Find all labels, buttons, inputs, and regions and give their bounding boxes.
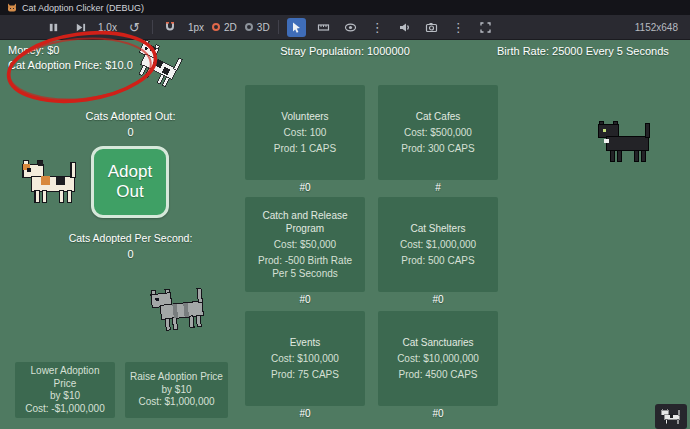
mode-2d-label: 2D <box>224 22 237 33</box>
shop-item-events[interactable]: Events Cost: $100,000 Prod: 75 CAPS <box>245 311 365 406</box>
price-button-title: Lower Adoption Price <box>18 365 112 390</box>
corner-cat-button[interactable] <box>655 404 687 429</box>
cats-adopted-per-second-label: Cats Adopted Per Second: <box>48 232 213 244</box>
price-button-cost: Cost: $1,000,000 <box>138 396 214 409</box>
shop-item-prod: Prod: 4500 CAPS <box>399 368 478 381</box>
shop-item-count: #0 <box>245 182 365 193</box>
fullscreen-icon[interactable] <box>476 18 495 37</box>
shop-item-title: Cat Shelters <box>410 222 465 235</box>
snap-step-label: 1px <box>188 22 204 33</box>
next-frame-icon[interactable] <box>71 18 90 37</box>
raise-adoption-price-button[interactable]: Raise Adoption Price by $10 Cost: $1,000… <box>125 362 228 418</box>
cats-adopted-per-second-value: 0 <box>48 248 213 260</box>
select-cursor-icon[interactable] <box>287 18 306 37</box>
lower-adoption-price-button[interactable]: Lower Adoption Price by $10 Cost: -$1,00… <box>15 362 115 418</box>
shop-item-title: Cat Sanctuaries <box>402 336 473 349</box>
mini-cat-icon <box>660 409 682 425</box>
price-button-amount: by $10 <box>50 390 80 403</box>
white-cat-sprite <box>125 38 187 97</box>
snap-magnet-icon[interactable] <box>161 18 180 37</box>
cats-adopted-out-value: 0 <box>58 126 203 138</box>
shop-item-title: Events <box>290 336 321 349</box>
adopt-out-button[interactable]: Adopt Out <box>91 146 169 218</box>
pause-icon[interactable] <box>44 18 63 37</box>
app-cat-icon <box>7 3 17 13</box>
shop-item-title: Catch and Release Program <box>249 209 361 235</box>
shop-item-cost: Cost: $500,000 <box>404 126 472 139</box>
mode-2d-radio[interactable]: 2D <box>212 22 237 33</box>
shop-item-title: Volunteers <box>281 110 328 123</box>
toolbar-separator <box>152 20 153 34</box>
eye-icon[interactable] <box>341 18 360 37</box>
shop-item-cat-cafes[interactable]: Cat Cafes Cost: $500,000 Prod: 300 CAPS <box>378 85 498 180</box>
mode-3d-label: 3D <box>257 22 270 33</box>
shop-item-cost: Cost: $100,000 <box>271 352 339 365</box>
birth-rate-stat: Birth Rate: 25000 Every 5 Seconds <box>497 45 685 57</box>
shop-item-prod: Prod: 500 CAPS <box>401 254 474 267</box>
price-button-amount: by $10 <box>161 384 191 397</box>
stray-population-stat: Stray Population: 1000000 <box>230 45 460 57</box>
app-window: Cat Adoption Clicker (DEBUG) 1.0x ↺ 1px … <box>0 0 690 429</box>
mode-3d-radio[interactable]: 3D <box>245 22 270 33</box>
money-stat: Money: $0 <box>8 44 59 56</box>
rotate-icon[interactable]: ↺ <box>125 18 144 37</box>
shop-item-volunteers[interactable]: Volunteers Cost: 100 Prod: 1 CAPS <box>245 85 365 180</box>
toolbar-separator <box>278 20 279 34</box>
cats-adopted-out-label: Cats Adopted Out: <box>58 110 203 122</box>
shop-item-title: Cat Cafes <box>416 110 460 123</box>
camera-icon[interactable] <box>422 18 441 37</box>
game-viewport: Money: $0 Cat Adoption Price: $10.0 Stra… <box>0 40 690 429</box>
radio-2d-icon <box>212 23 220 31</box>
price-button-cost: Cost: -$1,000,000 <box>25 403 105 416</box>
shop-item-cat-shelters[interactable]: Cat Shelters Cost: $1,000,000 Prod: 500 … <box>378 197 498 292</box>
calico-cat-sprite <box>20 160 80 210</box>
shop-item-cat-sanctuaries[interactable]: Cat Sanctuaries Cost: $10,000,000 Prod: … <box>378 311 498 406</box>
window-title: Cat Adoption Clicker (DEBUG) <box>22 3 144 13</box>
shop-item-cost: Cost: $1,000,000 <box>400 238 476 251</box>
kebab-menu-icon[interactable]: ⋮ <box>368 18 387 37</box>
speaker-icon[interactable] <box>395 18 414 37</box>
shop-item-prod: Prod: -500 Birth Rate Per 5 Seconds <box>249 254 361 280</box>
shop-item-count: #0 <box>378 408 498 419</box>
shop-item-count: #0 <box>378 294 498 305</box>
shop-item-count: #0 <box>245 408 365 419</box>
radio-3d-icon <box>245 23 253 31</box>
gray-cat-sprite <box>147 283 210 341</box>
shop-item-catch-and-release[interactable]: Catch and Release Program Cost: $50,000 … <box>245 197 365 292</box>
resolution-label: 1152x648 <box>635 22 678 33</box>
shop-item-cost: Cost: $50,000 <box>274 238 336 251</box>
ruler-icon[interactable] <box>314 18 333 37</box>
shop-item-cost: Cost: $10,000,000 <box>397 352 479 365</box>
shop-item-prod: Prod: 1 CAPS <box>274 142 336 155</box>
toolbar: 1.0x ↺ 1px 2D 3D ⋮ ⋮ <box>0 15 690 40</box>
black-cat-sprite <box>596 120 654 170</box>
shop-item-prod: Prod: 300 CAPS <box>401 142 474 155</box>
kebab-menu-icon[interactable]: ⋮ <box>449 18 468 37</box>
shop-item-cost: Cost: 100 <box>284 126 327 139</box>
speed-label[interactable]: 1.0x <box>98 22 117 33</box>
adoption-price-stat: Cat Adoption Price: $10.0 <box>8 59 133 71</box>
titlebar: Cat Adoption Clicker (DEBUG) <box>0 0 690 15</box>
price-button-title: Raise Adoption Price <box>130 371 223 384</box>
shop-item-prod: Prod: 75 CAPS <box>271 368 339 381</box>
shop-item-count: # <box>378 182 498 193</box>
shop-item-count: #0 <box>245 294 365 305</box>
